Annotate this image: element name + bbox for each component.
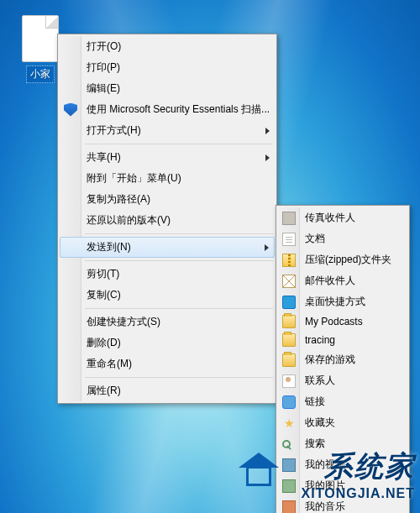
shield-icon [64, 103, 77, 117]
folder-icon [282, 333, 296, 347]
folder-icon [282, 353, 296, 367]
menu-item[interactable]: 打开(O) [60, 36, 275, 57]
sendto-item-label: 链接 [305, 395, 325, 407]
menu-item-label: 还原以前的版本(V) [87, 214, 171, 226]
sendto-item[interactable]: tracing [278, 331, 407, 349]
music-icon [282, 500, 296, 514]
menu-item[interactable]: 打印(P) [60, 57, 275, 78]
menu-item-label: 打开(O) [87, 40, 121, 52]
sendto-item[interactable]: 保存的游戏 [278, 349, 407, 370]
watermark: 系统家 XITONGJIA.NET [302, 448, 415, 501]
menu-item[interactable]: 创建快捷方式(S) [60, 311, 275, 332]
link-icon [282, 395, 296, 409]
text-file-icon [22, 15, 59, 62]
menu-item[interactable]: 发送到(N) [60, 237, 275, 258]
menu-separator [85, 377, 273, 378]
desk-icon [282, 296, 296, 309]
menu-separator [85, 260, 273, 261]
menu-item-label: 共享(H) [87, 151, 121, 163]
doc-icon [282, 233, 296, 246]
menu-item-label: 使用 Microsoft Security Essentials 扫描... [87, 103, 270, 115]
menu-separator [85, 144, 273, 144]
watermark-logo [239, 453, 279, 488]
sendto-item-label: 收藏夹 [305, 416, 335, 428]
submenu-arrow-icon [265, 128, 270, 134]
video-icon [282, 458, 296, 472]
sendto-item-label: 传真收件人 [305, 212, 355, 223]
file-context-menu: 打开(O)打印(P)编辑(E)使用 Microsoft Security Ess… [57, 34, 277, 404]
menu-separator [85, 308, 273, 309]
watermark-title: 系统家 [302, 448, 415, 486]
menu-item[interactable]: 共享(H) [60, 147, 275, 168]
menu-item-label: 复制(C) [87, 289, 121, 301]
sendto-item-label: My Podcasts [305, 316, 363, 327]
menu-item[interactable]: 编辑(E) [60, 78, 275, 99]
sendto-item-label: 压缩(zipped)文件夹 [305, 254, 391, 265]
watermark-url: XITONGJIA.NET [302, 486, 415, 501]
sendto-item[interactable]: 桌面快捷方式 [278, 291, 407, 312]
menu-item[interactable]: 还原以前的版本(V) [60, 210, 275, 231]
submenu-arrow-icon [265, 244, 269, 251]
menu-item-label: 编辑(E) [87, 82, 120, 94]
search-icon [282, 440, 291, 448]
menu-item[interactable]: 复制(C) [60, 285, 275, 306]
sendto-item-label: 桌面快捷方式 [305, 296, 365, 307]
menu-item-label: 剪切(T) [87, 268, 119, 280]
sendto-item-label: 联系人 [305, 374, 335, 386]
star-icon: ★ [282, 416, 296, 430]
menu-item[interactable]: 使用 Microsoft Security Essentials 扫描... [60, 99, 275, 120]
submenu-arrow-icon [265, 154, 270, 161]
menu-item[interactable]: 属性(R) [60, 380, 275, 401]
menu-item[interactable]: 剪切(T) [60, 264, 275, 285]
sendto-item[interactable]: 传真收件人 [278, 207, 407, 228]
menu-item-label: 删除(D) [87, 337, 121, 348]
desktop-file-label: 小家 [26, 65, 55, 83]
contact-icon [282, 374, 296, 388]
menu-item-label: 复制为路径(A) [87, 193, 150, 205]
zip-icon [282, 254, 296, 267]
sendto-item[interactable]: 压缩(zipped)文件夹 [278, 249, 407, 270]
menu-item-label: 打开方式(H) [87, 124, 141, 136]
menu-item[interactable]: 删除(D) [60, 332, 275, 353]
pict-icon [282, 479, 296, 493]
sendto-item[interactable]: ★收藏夹 [278, 412, 407, 433]
menu-separator [85, 233, 273, 234]
menu-item[interactable]: 复制为路径(A) [60, 189, 275, 210]
sendto-item-label: tracing [305, 334, 335, 346]
sendto-item[interactable]: My Podcasts [278, 312, 407, 331]
sendto-item[interactable]: 联系人 [278, 370, 407, 391]
menu-item-label: 发送到(N) [87, 241, 131, 253]
sendto-item[interactable]: 文档 [278, 228, 407, 249]
sendto-item-label: 文档 [305, 233, 325, 244]
fax-icon [282, 212, 296, 225]
menu-item-label: 打印(P) [87, 61, 120, 73]
menu-item-label: 属性(R) [87, 385, 121, 396]
sendto-item[interactable]: 链接 [278, 391, 407, 412]
sendto-item[interactable]: 邮件收件人 [278, 270, 407, 291]
folder-icon [282, 315, 296, 328]
mail-icon [282, 275, 296, 288]
sendto-item-label: 保存的游戏 [305, 353, 355, 365]
menu-item[interactable]: 重命名(M) [60, 353, 275, 374]
menu-item[interactable]: 附到「开始」菜单(U) [60, 168, 275, 189]
menu-item-label: 重命名(M) [87, 358, 132, 369]
menu-item[interactable]: 打开方式(H) [60, 120, 275, 141]
sendto-item-label: 邮件收件人 [305, 275, 355, 286]
menu-item-label: 创建快捷方式(S) [87, 316, 160, 327]
menu-item-label: 附到「开始」菜单(U) [87, 172, 181, 184]
sendto-item-label: 我的音乐 [305, 500, 345, 512]
